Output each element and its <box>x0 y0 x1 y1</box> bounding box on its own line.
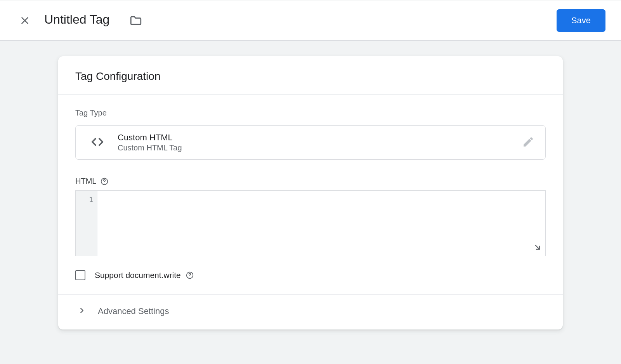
tag-type-selector[interactable]: Custom HTML Custom HTML Tag <box>75 125 546 160</box>
resize-handle-icon[interactable] <box>533 243 542 254</box>
canvas: Tag Configuration Tag Type Custom HTML C… <box>0 41 621 329</box>
tag-config-card: Tag Configuration Tag Type Custom HTML C… <box>58 56 563 329</box>
card-title: Tag Configuration <box>75 70 546 94</box>
edit-pencil-icon[interactable] <box>522 136 534 150</box>
tag-type-text: Custom HTML Custom HTML Tag <box>118 133 522 152</box>
folder-button[interactable] <box>127 12 144 29</box>
divider <box>58 94 563 95</box>
help-icon[interactable] <box>100 177 109 186</box>
code-brackets-icon <box>90 134 105 151</box>
code-textarea[interactable] <box>97 191 545 256</box>
svg-point-6 <box>189 277 190 277</box>
svg-point-3 <box>104 183 105 183</box>
html-label-row: HTML <box>75 177 546 186</box>
close-icon <box>19 15 30 26</box>
header-bar: Save <box>0 0 621 41</box>
editor-gutter: 1 <box>76 191 97 256</box>
tag-name-input[interactable] <box>43 11 121 30</box>
help-icon[interactable] <box>186 271 194 279</box>
support-docwrite-checkbox[interactable] <box>75 270 85 280</box>
tag-type-desc: Custom HTML Tag <box>118 143 522 152</box>
advanced-settings-row[interactable]: Advanced Settings <box>58 294 563 329</box>
advanced-settings-label: Advanced Settings <box>98 306 169 316</box>
tag-type-name: Custom HTML <box>118 133 522 143</box>
svg-line-4 <box>536 245 539 249</box>
support-docwrite-row: Support document.write <box>75 270 546 294</box>
close-button[interactable] <box>16 11 34 30</box>
folder-icon <box>129 14 142 27</box>
html-code-editor[interactable]: 1 <box>75 190 546 256</box>
chevron-right-icon <box>78 306 86 316</box>
html-label: HTML <box>75 177 96 186</box>
tag-type-label: Tag Type <box>75 109 546 117</box>
save-button[interactable]: Save <box>557 9 605 32</box>
support-docwrite-label: Support document.write <box>95 271 181 280</box>
